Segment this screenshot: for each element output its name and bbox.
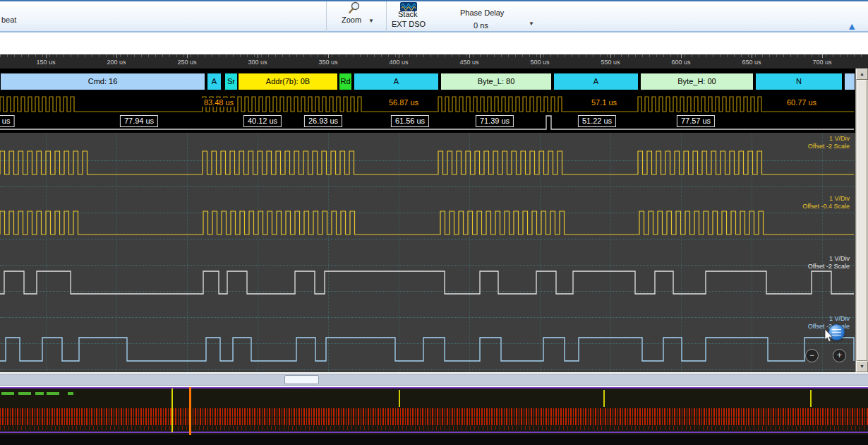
time-ruler[interactable]: 150 us200 us250 us300 us350 us400 us450 … (0, 54, 868, 69)
stack-button-label[interactable]: Stack (398, 10, 418, 18)
channel-scale-label: 1 V/Div (829, 315, 850, 322)
ruler-tick-label: 250 us (177, 59, 196, 66)
ruler-tick-mark (187, 54, 188, 58)
zoom-in-button[interactable]: + (833, 349, 846, 362)
navigator-activity-dash (35, 392, 44, 395)
decode-segment[interactable]: Rd (339, 73, 352, 90)
gridline-horizontal (0, 213, 854, 213)
measurement-box: 77.57 us (677, 115, 715, 127)
phase-delay-value[interactable]: 0 ns (474, 21, 488, 30)
zoom-button-label[interactable]: Zoom (342, 16, 361, 24)
navigator-activity-dash (47, 392, 59, 395)
gridline-vertical (328, 133, 329, 372)
measurement-value: 57.1 us (589, 98, 619, 107)
decode-segment[interactable]: Byte_L: 80 (440, 73, 552, 90)
phase-delay-label: Phase Delay (460, 8, 504, 17)
measurement-box: 71.39 us (476, 115, 514, 127)
zoom-dropdown-chevron-icon[interactable]: ▼ (368, 18, 374, 24)
toolbar-separator (386, 1, 387, 32)
ruler-tick-mark (681, 54, 682, 58)
channel-offset-label: Offset -0.4 Scale (802, 203, 850, 210)
measurement-value: 60.77 us (785, 98, 819, 107)
navigator-marker[interactable] (810, 390, 812, 407)
horizontal-scroll-thumb[interactable] (284, 375, 319, 384)
measurement-box: 1 us (0, 115, 14, 127)
gridline-horizontal (0, 343, 854, 344)
ruler-tick-mark (399, 54, 399, 58)
navigator-marker[interactable] (603, 390, 605, 407)
measurement-box: 77.94 us (120, 115, 158, 127)
analog-lane-background (0, 133, 855, 372)
channel-scale-label: 1 V/Div (829, 255, 850, 262)
gridline-vertical (540, 133, 541, 372)
channel-offset-label: Offset -2 Scale (808, 143, 850, 150)
vertical-scrollbar[interactable]: ▲ ▼ (855, 69, 868, 372)
ruler-tick-label: 450 us (459, 59, 478, 66)
navigator-marker[interactable] (399, 390, 400, 407)
ruler-tick-label: 600 us (671, 59, 690, 66)
decode-segment[interactable]: Addr(7b): 0B (238, 73, 338, 90)
navigator-activity-dash (68, 392, 73, 395)
decode-segment[interactable]: Sr (224, 73, 238, 90)
decode-segment[interactable]: Byte_H: 00 (640, 73, 754, 90)
navigator-activity-dash (1, 392, 14, 395)
zoom-out-button[interactable]: − (805, 349, 819, 362)
measurement-value: 56.87 us (387, 98, 421, 107)
gridline-vertical (187, 133, 188, 372)
channel-scale-label: 1 V/Div (829, 195, 850, 202)
gridline-horizontal (0, 265, 854, 266)
ruler-tick-mark (752, 54, 752, 58)
zoom-magnifier-icon[interactable] (347, 1, 361, 16)
measurement-box: 26.93 us (304, 115, 342, 127)
ruler-tick-label: 150 us (36, 59, 55, 66)
ruler-tick-label: 500 us (530, 59, 549, 66)
ruler-tick-mark (328, 54, 329, 58)
ruler-tick-label: 300 us (248, 59, 267, 66)
toolbar-separator (326, 1, 327, 32)
gridline-vertical (681, 133, 682, 372)
ruler-tick-label: 350 us (318, 59, 337, 66)
navigator-markers (0, 387, 868, 435)
ruler-tick-label: 650 us (742, 59, 761, 66)
gridline-vertical (610, 133, 611, 372)
overview-navigator[interactable] (0, 387, 868, 435)
gridline-vertical (258, 133, 258, 372)
vertical-scroll-thumb[interactable] (857, 80, 867, 361)
scroll-up-button[interactable]: ▲ (856, 69, 868, 80)
ruler-tick-mark (116, 54, 117, 58)
gridline-vertical (752, 133, 752, 372)
decode-segment[interactable]: A (354, 73, 439, 90)
collapse-panel-button[interactable]: ▲ (847, 20, 857, 32)
toolbar: beat Zoom ▼ Stack EXT DSO Phase Delay 0 … (0, 0, 868, 32)
decode-segment[interactable] (844, 73, 855, 90)
mouse-cursor-icon (824, 329, 834, 344)
ruler-tick-mark (469, 54, 470, 58)
decode-segment[interactable]: A (207, 73, 222, 90)
decode-segment[interactable]: Cmd: 16 (0, 73, 205, 90)
gridline-vertical (399, 133, 399, 372)
partial-toolbar-button-label[interactable]: beat (1, 16, 16, 24)
ruler-tick-mark (258, 54, 258, 58)
measurement-box: 51.22 us (578, 115, 616, 127)
ruler-tick-label: 400 us (389, 59, 408, 66)
gridline-vertical (469, 133, 470, 372)
gridline-vertical (822, 133, 823, 372)
stack-button-sublabel[interactable]: EXT DSO (392, 20, 426, 28)
gridline-horizontal (0, 291, 854, 292)
logic-analyzer-window: beat Zoom ▼ Stack EXT DSO Phase Delay 0 … (0, 0, 868, 445)
ruler-tick-mark (822, 54, 823, 58)
gridline-horizontal (0, 186, 854, 187)
horizontal-scrollbar[interactable] (0, 374, 868, 386)
ruler-tick-label: 200 us (107, 59, 126, 66)
navigator-marker[interactable] (171, 388, 173, 432)
scroll-down-button[interactable]: ▼ (856, 361, 868, 372)
bottom-strip (0, 435, 868, 445)
decode-segment[interactable]: N (755, 73, 843, 90)
gridline-horizontal (0, 160, 854, 161)
navigator-marker[interactable] (189, 387, 191, 435)
gridline-horizontal (0, 317, 854, 318)
phase-delay-dropdown-chevron-icon[interactable]: ▼ (529, 20, 534, 27)
measurement-box: 40.12 us (243, 115, 282, 127)
decode-segment[interactable]: A (553, 73, 639, 90)
gridline-vertical (116, 133, 117, 372)
